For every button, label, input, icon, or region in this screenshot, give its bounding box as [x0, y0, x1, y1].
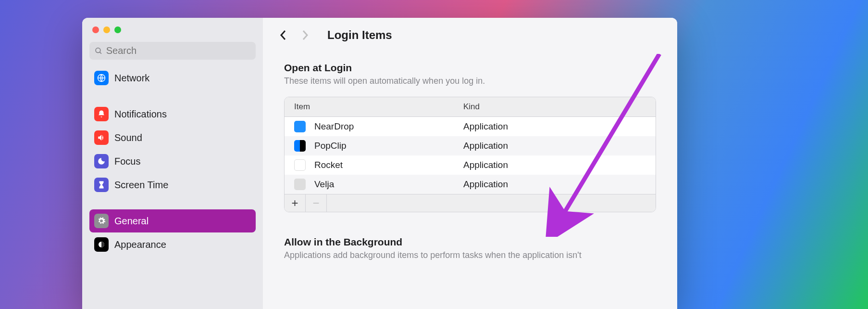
remove-button[interactable]: −	[306, 194, 327, 212]
minimize-button[interactable]	[103, 26, 110, 33]
table-row[interactable]: Rocket Application	[285, 155, 656, 175]
sidebar-item-label: Screen Time	[114, 180, 168, 191]
row-name: NearDrop	[314, 121, 463, 132]
content-header: Login Items	[263, 18, 677, 42]
row-name: Rocket	[314, 160, 463, 170]
search-input[interactable]	[106, 45, 250, 56]
globe-icon	[94, 71, 109, 85]
table-row[interactable]: PopClip Application	[285, 136, 656, 155]
table-footer: + −	[285, 194, 656, 212]
row-name: Velja	[314, 179, 463, 190]
sidebar: Network Notifications Sound Focus Screen…	[82, 18, 263, 309]
sidebar-item-general[interactable]: General	[89, 209, 256, 232]
forward-button[interactable]	[299, 29, 311, 41]
app-icon	[294, 179, 306, 190]
section-description: These items will open automatically when…	[284, 76, 656, 86]
app-icon	[294, 121, 306, 132]
row-kind: Application	[463, 141, 646, 151]
row-kind: Application	[463, 179, 646, 190]
settings-window: Network Notifications Sound Focus Screen…	[82, 18, 677, 309]
sidebar-item-network[interactable]: Network	[89, 66, 256, 90]
svg-line-1	[99, 52, 101, 53]
search-icon	[95, 47, 103, 55]
sidebar-item-focus[interactable]: Focus	[89, 150, 256, 173]
sidebar-item-label: Appearance	[114, 239, 166, 250]
section-description: Applications add background items to per…	[284, 250, 656, 260]
svg-point-0	[96, 48, 100, 52]
section-title: Allow in the Background	[284, 236, 656, 248]
row-kind: Application	[463, 121, 646, 132]
appearance-icon	[94, 237, 109, 252]
table-row[interactable]: NearDrop Application	[285, 117, 656, 136]
hourglass-icon	[94, 178, 109, 192]
sidebar-item-label: Sound	[114, 132, 142, 143]
search-field[interactable]	[89, 42, 256, 60]
bell-icon	[94, 107, 109, 121]
app-icon	[294, 159, 306, 171]
section-title: Open at Login	[284, 62, 656, 74]
content-area: Login Items Open at Login These items wi…	[263, 18, 677, 309]
open-at-login-section: Open at Login These items will open auto…	[263, 42, 677, 86]
moon-icon	[94, 154, 109, 168]
add-button[interactable]: +	[285, 194, 306, 212]
sidebar-item-notifications[interactable]: Notifications	[89, 103, 256, 126]
table-row[interactable]: Velja Application	[285, 175, 656, 194]
sidebar-item-label: Focus	[114, 156, 140, 167]
speaker-icon	[94, 130, 109, 145]
close-button[interactable]	[92, 26, 99, 33]
table-header: Item Kind	[285, 97, 656, 117]
row-name: PopClip	[314, 141, 463, 151]
app-icon	[294, 140, 306, 152]
column-header-item[interactable]: Item	[294, 102, 463, 112]
login-items-table: Item Kind NearDrop Application PopClip A…	[284, 97, 656, 212]
sidebar-item-appearance[interactable]: Appearance	[89, 233, 256, 256]
sidebar-item-label: General	[114, 216, 149, 227]
sidebar-item-label: Network	[114, 73, 149, 84]
allow-background-section: Allow in the Background Applications add…	[263, 212, 677, 260]
maximize-button[interactable]	[114, 26, 121, 33]
row-kind: Application	[463, 160, 646, 170]
back-button[interactable]	[277, 29, 289, 41]
page-title: Login Items	[327, 28, 392, 42]
gear-icon	[94, 214, 109, 228]
window-controls	[82, 26, 263, 42]
sidebar-item-label: Notifications	[114, 109, 167, 120]
sidebar-item-sound[interactable]: Sound	[89, 126, 256, 149]
column-header-kind[interactable]: Kind	[463, 102, 646, 112]
sidebar-item-screen-time[interactable]: Screen Time	[89, 173, 256, 196]
